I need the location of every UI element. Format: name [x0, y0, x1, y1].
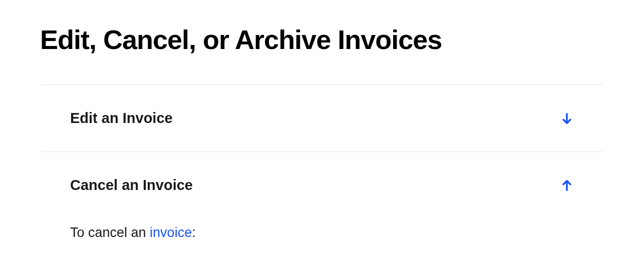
page-container: Edit, Cancel, or Archive Invoices Edit a… [0, 0, 644, 258]
arrow-up-icon [560, 178, 574, 192]
accordion-title: Cancel an Invoice [70, 177, 193, 194]
arrow-down-icon [560, 112, 574, 126]
body-text-prefix: To cancel an [70, 225, 150, 240]
accordion-title: Edit an Invoice [70, 110, 173, 126]
accordion-header-cancel[interactable]: Cancel an Invoice [40, 152, 604, 218]
accordion-body-cancel: To cancel an invoice: [40, 218, 604, 258]
page-title: Edit, Cancel, or Archive Invoices [40, 25, 604, 54]
invoice-link[interactable]: invoice [150, 225, 192, 240]
accordion-header-edit[interactable]: Edit an Invoice [40, 85, 604, 152]
body-text-suffix: : [192, 225, 196, 240]
accordion-item-edit: Edit an Invoice [40, 84, 604, 152]
accordion-item-cancel: Cancel an Invoice To cancel an invoice: [40, 152, 604, 258]
